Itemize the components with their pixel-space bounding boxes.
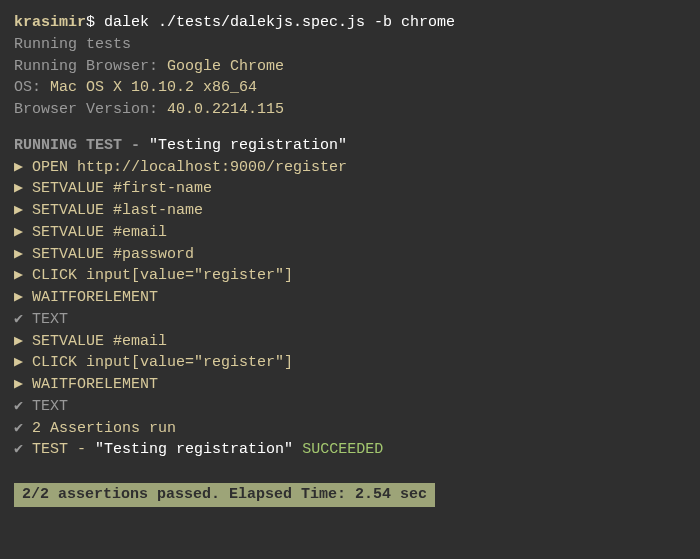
- test-step: ▶ SETVALUE #password: [14, 244, 686, 266]
- arrow-icon: ▶: [14, 354, 23, 371]
- prompt-symbol: $: [86, 14, 95, 31]
- arrow-icon: ▶: [14, 159, 23, 176]
- test-step: ▶ SETVALUE #email: [14, 331, 686, 353]
- prompt-line: krasimir$ dalek ./tests/dalekjs.spec.js …: [14, 12, 686, 34]
- test-step: ▶ WAITFORELEMENT: [14, 374, 686, 396]
- running-test-heading: RUNNING TEST - "Testing registration": [14, 135, 686, 157]
- arrow-icon: ▶: [14, 376, 23, 393]
- test-step: ▶ SETVALUE #first-name: [14, 178, 686, 200]
- terminal-output: krasimir$ dalek ./tests/dalekjs.spec.js …: [14, 12, 686, 507]
- step-text: SETVALUE #last-name: [32, 202, 203, 219]
- test-status: SUCCEEDED: [302, 441, 383, 458]
- running-tests: Running tests: [14, 34, 686, 56]
- check-icon: ✔: [14, 398, 23, 415]
- os-label: OS:: [14, 79, 41, 96]
- arrow-icon: ▶: [14, 224, 23, 241]
- check-icon: ✔: [14, 311, 23, 328]
- arrow-icon: ▶: [14, 267, 23, 284]
- test-steps: ▶ OPEN http://localhost:9000/register▶ S…: [14, 157, 686, 440]
- arrow-icon: ▶: [14, 180, 23, 197]
- browser-version-line: Browser Version: 40.0.2214.115: [14, 99, 686, 121]
- step-text: OPEN http://localhost:9000/register: [32, 159, 347, 176]
- step-text: TEXT: [32, 398, 68, 415]
- test-name: "Testing registration": [149, 137, 347, 154]
- step-text: SETVALUE #password: [32, 246, 194, 263]
- running-test-label: RUNNING TEST -: [14, 137, 149, 154]
- arrow-icon: ▶: [14, 202, 23, 219]
- step-text: CLICK input[value="register"]: [32, 354, 293, 371]
- prompt-user: krasimir: [14, 14, 86, 31]
- test-step: ▶ CLICK input[value="register"]: [14, 265, 686, 287]
- test-step: ✔ 2 Assertions run: [14, 418, 686, 440]
- os-value: Mac OS X 10.10.2 x86_64: [50, 79, 257, 96]
- test-step: ▶ WAITFORELEMENT: [14, 287, 686, 309]
- browser-version-value: 40.0.2214.115: [167, 101, 284, 118]
- check-icon: ✔: [14, 420, 23, 437]
- step-text: WAITFORELEMENT: [32, 289, 158, 306]
- test-result-line: ✔ TEST - "Testing registration" SUCCEEDE…: [14, 439, 686, 461]
- test-step: ▶ SETVALUE #last-name: [14, 200, 686, 222]
- arrow-icon: ▶: [14, 289, 23, 306]
- test-step: ✔ TEXT: [14, 396, 686, 418]
- step-text: SETVALUE #email: [32, 333, 167, 350]
- command: dalek ./tests/dalekjs.spec.js -b chrome: [104, 14, 455, 31]
- browser-version-label: Browser Version:: [14, 101, 158, 118]
- test-result-label: TEST -: [32, 441, 95, 458]
- check-icon: ✔: [14, 441, 23, 458]
- running-browser-label: Running Browser:: [14, 58, 158, 75]
- test-step: ▶ CLICK input[value="register"]: [14, 352, 686, 374]
- arrow-icon: ▶: [14, 246, 23, 263]
- step-text: SETVALUE #first-name: [32, 180, 212, 197]
- test-result-name: "Testing registration": [95, 441, 293, 458]
- running-browser-value: Google Chrome: [167, 58, 284, 75]
- step-text: TEXT: [32, 311, 68, 328]
- test-step: ✔ TEXT: [14, 309, 686, 331]
- step-text: WAITFORELEMENT: [32, 376, 158, 393]
- os-line: OS: Mac OS X 10.10.2 x86_64: [14, 77, 686, 99]
- test-step: ▶ SETVALUE #email: [14, 222, 686, 244]
- arrow-icon: ▶: [14, 333, 23, 350]
- step-text: 2 Assertions run: [32, 420, 176, 437]
- summary-bar: 2/2 assertions passed. Elapsed Time: 2.5…: [14, 483, 435, 507]
- running-browser: Running Browser: Google Chrome: [14, 56, 686, 78]
- step-text: CLICK input[value="register"]: [32, 267, 293, 284]
- test-step: ▶ OPEN http://localhost:9000/register: [14, 157, 686, 179]
- step-text: SETVALUE #email: [32, 224, 167, 241]
